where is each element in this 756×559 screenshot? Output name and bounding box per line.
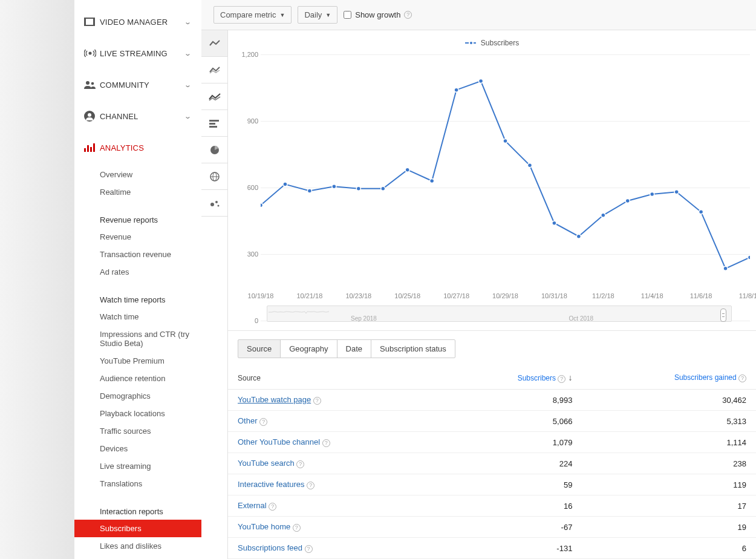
cell-subscribers: 16 bbox=[441, 495, 582, 517]
help-icon[interactable]: ? bbox=[293, 524, 301, 532]
chart-type-bubble[interactable] bbox=[201, 190, 227, 217]
sidebar-item-community[interactable]: COMMUNITY ⌄ bbox=[74, 69, 201, 100]
svg-point-5 bbox=[86, 81, 90, 85]
help-icon[interactable]: ? bbox=[296, 460, 304, 468]
svg-rect-1 bbox=[85, 19, 94, 25]
cell-subscribers-gained: 19 bbox=[582, 517, 756, 538]
help-icon[interactable]: ? bbox=[269, 503, 276, 511]
sidebar-sub-overview[interactable]: Overview bbox=[74, 166, 201, 183]
sidebar-item-live-streaming[interactable]: LIVE STREAMING ⌄ bbox=[74, 38, 201, 69]
svg-point-35 bbox=[552, 221, 556, 225]
chart-type-multiline[interactable] bbox=[201, 83, 227, 110]
sidebar-item-video-manager[interactable]: VIDEO MANAGER ⌄ bbox=[74, 6, 201, 38]
svg-point-42 bbox=[723, 266, 728, 270]
compare-metric-dropdown[interactable]: Compare metric ▼ bbox=[213, 6, 292, 24]
line-chart[interactable]: 03006009001,20010/19/1810/21/1810/23/181… bbox=[252, 54, 750, 287]
sidebar-sub-videos-in-playlists[interactable]: Videos in playlists bbox=[74, 555, 201, 559]
legend-series-label: Subscribers bbox=[481, 39, 519, 47]
help-icon[interactable]: ? bbox=[404, 11, 412, 19]
help-icon[interactable]: ? bbox=[307, 482, 314, 489]
sidebar-sub-youtube-premium[interactable]: YouTube Premium bbox=[74, 352, 201, 370]
tab-source[interactable]: Source bbox=[238, 339, 281, 358]
svg-point-21 bbox=[215, 201, 218, 203]
help-icon[interactable]: ? bbox=[313, 397, 321, 405]
table-row: Other ? 5,066 5,313 bbox=[228, 411, 756, 432]
help-icon[interactable]: ? bbox=[738, 374, 746, 382]
tab-subscription-status[interactable]: Subscription status bbox=[371, 339, 455, 358]
scrubber-label: Oct 2018 bbox=[569, 315, 594, 322]
table-row: Interactive features ? 59 119 bbox=[228, 474, 756, 495]
source-link[interactable]: YouTube watch page bbox=[238, 395, 311, 404]
col-subscribers[interactable]: Subscribers ?↓ bbox=[441, 367, 582, 390]
sidebar-sub-demographics[interactable]: Demographics bbox=[74, 387, 201, 405]
svg-point-39 bbox=[650, 192, 654, 197]
tab-geography[interactable]: Geography bbox=[280, 339, 337, 358]
sidebar-sub-traffic-sources[interactable]: Traffic sources bbox=[74, 422, 201, 440]
source-link[interactable]: Subscriptions feed bbox=[238, 543, 302, 552]
tab-date[interactable]: Date bbox=[337, 339, 371, 358]
chart-type-hbar[interactable] bbox=[201, 110, 227, 137]
sidebar-item-analytics[interactable]: ANALYTICS bbox=[74, 132, 201, 163]
cell-subscribers: -67 bbox=[441, 517, 582, 538]
source-link[interactable]: External bbox=[238, 501, 267, 510]
broadcast-icon bbox=[84, 47, 100, 59]
svg-point-25 bbox=[307, 189, 311, 193]
people-icon bbox=[84, 79, 100, 91]
left-gutter bbox=[0, 0, 74, 559]
cell-subscribers: -131 bbox=[441, 538, 582, 559]
scrubber-handle[interactable] bbox=[720, 309, 726, 322]
sidebar-sub-translations[interactable]: Translations bbox=[74, 475, 201, 492]
sidebar-sub-audience-retention[interactable]: Audience retention bbox=[74, 370, 201, 387]
help-icon[interactable]: ? bbox=[259, 418, 267, 426]
sidebar-sub-devices[interactable]: Devices bbox=[74, 440, 201, 457]
cell-subscribers: 59 bbox=[441, 474, 582, 495]
chart-type-line[interactable] bbox=[201, 30, 227, 57]
source-link[interactable]: Interactive features bbox=[238, 480, 305, 489]
chart-type-pie[interactable] bbox=[201, 137, 227, 163]
svg-rect-14 bbox=[209, 123, 215, 125]
sidebar-sub-watch-time[interactable]: Watch time bbox=[74, 308, 201, 325]
sidebar-sub-likes-and-dislikes[interactable]: Likes and dislikes bbox=[74, 537, 201, 555]
chart-type-line2[interactable] bbox=[201, 57, 227, 83]
time-scrubber[interactable]: Sep 2018 Oct 2018 bbox=[267, 306, 732, 322]
sidebar-sub-impressions-and-ctr-try-studio-beta[interactable]: Impressions and CTR (try Studio Beta) bbox=[74, 325, 201, 352]
scrubber-sparkline bbox=[269, 309, 329, 315]
chart-type-globe[interactable] bbox=[201, 163, 227, 190]
sidebar-sub-subscribers[interactable]: Subscribers bbox=[74, 520, 201, 537]
help-icon[interactable]: ? bbox=[305, 545, 313, 553]
sidebar-sub-ad-rates[interactable]: Ad rates bbox=[74, 263, 201, 281]
show-growth-toggle[interactable]: Show growth ? bbox=[344, 10, 412, 19]
help-icon[interactable]: ? bbox=[322, 439, 330, 447]
sidebar-sub-revenue[interactable]: Revenue bbox=[74, 228, 201, 246]
toolbar: Compare metric ▼ Daily ▼ Show growth ? bbox=[201, 0, 756, 30]
source-link[interactable]: YouTube home bbox=[238, 522, 290, 531]
sidebar-sub-playback-locations[interactable]: Playback locations bbox=[74, 405, 201, 422]
table-row: YouTube watch page ? 8,993 30,462 bbox=[228, 390, 756, 411]
legend-swatch-icon bbox=[465, 42, 476, 44]
granularity-dropdown[interactable]: Daily ▼ bbox=[298, 6, 337, 24]
table-tabs: SourceGeographyDateSubscription status bbox=[228, 331, 756, 358]
sidebar-item-channel[interactable]: CHANNEL ⌄ bbox=[74, 100, 201, 132]
svg-point-34 bbox=[527, 163, 532, 168]
source-link[interactable]: Other YouTube channel bbox=[238, 437, 320, 446]
granularity-label: Daily bbox=[304, 10, 322, 19]
help-icon[interactable]: ? bbox=[558, 375, 565, 383]
col-source[interactable]: Source bbox=[228, 367, 441, 390]
compare-metric-label: Compare metric bbox=[220, 10, 276, 19]
sidebar-sub-live-streaming[interactable]: Live streaming bbox=[74, 457, 201, 475]
svg-point-41 bbox=[699, 210, 703, 214]
cell-subscribers-gained: 5,313 bbox=[582, 411, 756, 432]
source-link[interactable]: Other bbox=[238, 416, 258, 425]
svg-point-31 bbox=[454, 88, 458, 92]
svg-point-26 bbox=[332, 185, 336, 189]
show-growth-checkbox[interactable] bbox=[344, 11, 351, 19]
sort-desc-icon: ↓ bbox=[565, 373, 572, 382]
sidebar-sub-transaction-revenue[interactable]: Transaction revenue bbox=[74, 246, 201, 263]
film-icon bbox=[84, 16, 100, 28]
table-row: External ? 16 17 bbox=[228, 495, 756, 517]
source-link[interactable]: YouTube search bbox=[238, 459, 295, 468]
y-tick-label: 600 bbox=[234, 184, 258, 191]
svg-point-40 bbox=[674, 190, 679, 194]
sidebar-sub-realtime[interactable]: Realtime bbox=[74, 183, 201, 201]
col-subscribers-gained[interactable]: Subscribers gained ? bbox=[582, 367, 756, 390]
